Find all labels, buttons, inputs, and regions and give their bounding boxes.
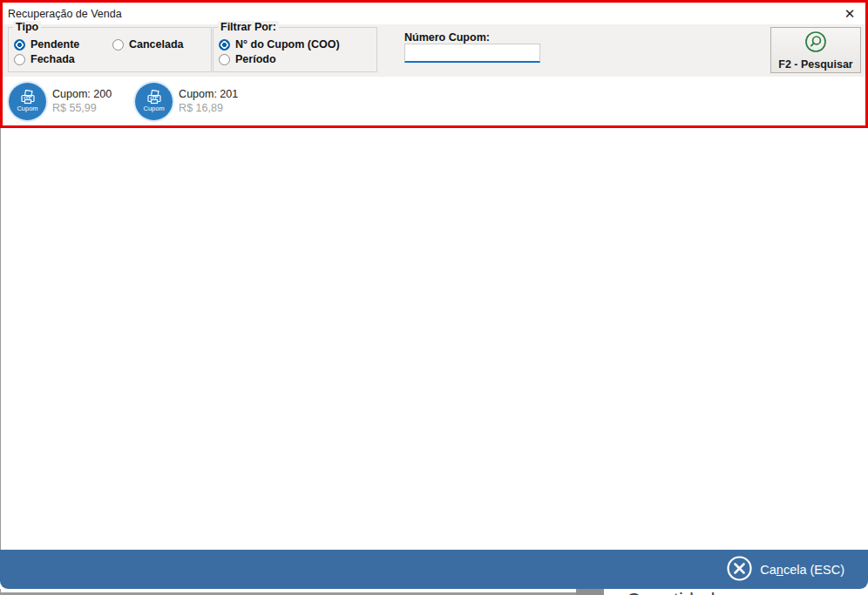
- close-button[interactable]: ✕: [840, 5, 859, 23]
- cupom-printer-icon: Cupom: [9, 83, 46, 120]
- filter-header: Tipo Pendente Cancelada Fechada Filtrar …: [3, 24, 865, 77]
- window-title: Recuperação de Venda: [3, 8, 122, 20]
- radio-fechada[interactable]: Fechada: [14, 53, 75, 65]
- result-value: R$ 16,89: [179, 102, 238, 114]
- results-row: Cupom Cupom: 200 R$ 55,99: [3, 77, 865, 125]
- cancel-button[interactable]: Cancela (ESC): [721, 554, 850, 585]
- groupbox-tipo-legend: Tipo: [13, 21, 41, 33]
- dialog-body: [0, 128, 868, 550]
- background-fragment: [576, 589, 604, 595]
- radio-pendente[interactable]: Pendente: [14, 38, 79, 51]
- radio-unselected-icon: [219, 54, 230, 65]
- cancel-icon: [726, 555, 753, 585]
- radio-periodo[interactable]: Período: [219, 53, 276, 65]
- occluded-background: Quantidade: [0, 589, 868, 595]
- radio-selected-icon: [14, 39, 25, 51]
- f2-pesquisar-button[interactable]: F2 - Pesquisar: [770, 27, 861, 73]
- search-icon: [804, 30, 828, 57]
- radio-pendente-label: Pendente: [31, 38, 79, 51]
- radio-unselected-icon: [14, 54, 25, 65]
- radio-cancelada[interactable]: Cancelada: [112, 38, 184, 51]
- groupbox-tipo: Tipo Pendente Cancelada Fechada: [8, 27, 212, 72]
- result-value: R$ 55,99: [52, 102, 112, 114]
- numero-cupom-input[interactable]: [404, 44, 540, 63]
- result-label: Cupom: 200: [52, 88, 112, 100]
- recuperacao-venda-window: Recuperação de Venda ✕ Tipo Pendente Can…: [0, 0, 868, 595]
- groupbox-filtrar-legend: Filtrar Por:: [218, 21, 279, 33]
- search-panel: Recuperação de Venda ✕ Tipo Pendente Can…: [0, 0, 868, 128]
- close-icon: ✕: [844, 6, 856, 22]
- result-label: Cupom: 201: [179, 88, 238, 100]
- result-item-cupom-200[interactable]: Cupom Cupom: 200 R$ 55,99: [9, 83, 112, 120]
- f2-pesquisar-label: F2 - Pesquisar: [778, 58, 852, 71]
- background-partial-text: Quantidade: [627, 589, 726, 595]
- footer-bar: Cancela (ESC): [0, 550, 868, 589]
- result-item-cupom-201[interactable]: Cupom Cupom: 201 R$ 16,89: [135, 83, 238, 120]
- cupom-badge-label: Cupom: [17, 105, 37, 112]
- radio-selected-icon: [219, 39, 230, 51]
- radio-unselected-icon: [112, 39, 124, 51]
- cupom-badge-label: Cupom: [144, 105, 165, 112]
- groupbox-filtrar-por: Filtrar Por: N° do Cupom (COO) Período: [213, 27, 377, 72]
- radio-numero-cupom[interactable]: N° do Cupom (COO): [219, 38, 340, 51]
- radio-cancelada-label: Cancelada: [129, 38, 184, 51]
- radio-periodo-label: Período: [235, 53, 276, 65]
- titlebar: Recuperação de Venda: [3, 3, 865, 24]
- radio-fechada-label: Fechada: [31, 53, 75, 65]
- cupom-printer-icon: Cupom: [135, 83, 173, 120]
- radio-numero-cupom-label: N° do Cupom (COO): [235, 38, 340, 51]
- cancel-label: Cancela (ESC): [760, 563, 844, 577]
- numero-cupom-label: Número Cupom:: [404, 31, 490, 44]
